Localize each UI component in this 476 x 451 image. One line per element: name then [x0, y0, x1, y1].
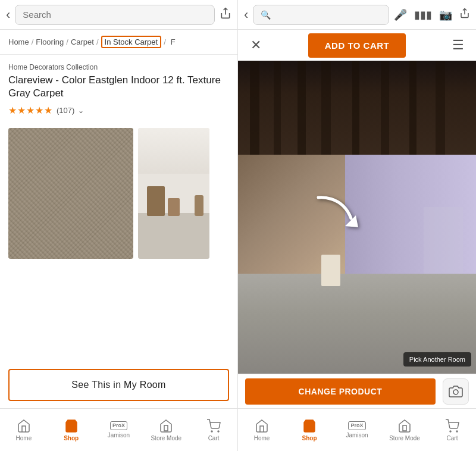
- room-floor: [138, 213, 209, 259]
- nav-label-cart-right: Cart: [447, 435, 458, 441]
- beam-7: [409, 61, 416, 170]
- nav-item-store-mode-right[interactable]: Store Mode: [381, 409, 428, 451]
- product-images: [0, 121, 237, 369]
- action-bar-right: ✕ ADD TO CART ☰: [238, 30, 476, 61]
- right-panel: ‹ 🔍 🎤 ▮▮▮ 📷 ✕ ADD TO CART ☰: [238, 0, 476, 451]
- back-button[interactable]: ‹: [6, 7, 10, 23]
- right-top-icons: 🎤 ▮▮▮ 📷: [394, 8, 470, 21]
- search-input[interactable]: [15, 5, 215, 25]
- svg-point-10: [450, 431, 451, 432]
- room-vase: [195, 195, 203, 216]
- breadcrumb: Home / Flooring / Carpet / In Stock Carp…: [0, 30, 237, 55]
- beam-4: [321, 61, 331, 170]
- product-image-main[interactable]: [8, 128, 133, 259]
- share-button-right[interactable]: [459, 8, 470, 21]
- breadcrumb-flooring[interactable]: Flooring: [36, 37, 64, 46]
- share-button[interactable]: [220, 7, 231, 22]
- breadcrumb-more[interactable]: F: [171, 37, 176, 46]
- change-product-bar: CHANGE PRODUCT: [238, 374, 476, 408]
- camera-icon-button[interactable]: [443, 378, 469, 405]
- breadcrumb-carpet[interactable]: Carpet: [71, 37, 94, 46]
- search-box-right[interactable]: 🔍: [253, 5, 389, 25]
- product-info: Home Decorators Collection Clareview - C…: [0, 55, 237, 121]
- beam-2: [274, 61, 281, 170]
- room-furniture-2: [168, 198, 180, 216]
- svg-point-11: [456, 431, 458, 432]
- back-button-right[interactable]: ‹: [244, 7, 248, 23]
- product-title: Clareview - Color Eastglen Indoor 12 ft.…: [8, 74, 229, 100]
- nav-label-store-mode-right: Store Mode: [389, 435, 420, 441]
- top-bar-left: ‹: [0, 0, 237, 30]
- nav-label-home: Home: [16, 435, 32, 441]
- beam-6: [381, 61, 389, 170]
- microphone-icon[interactable]: 🎤: [394, 8, 407, 21]
- search-icon: 🔍: [261, 10, 271, 20]
- star-rating[interactable]: ★★★★★: [8, 105, 53, 116]
- change-product-button[interactable]: CHANGE PRODUCT: [245, 378, 436, 405]
- arrow-overlay: [309, 186, 369, 233]
- prox-label-right: ProX: [348, 421, 365, 430]
- nav-label-store-mode: Store Mode: [151, 435, 181, 441]
- nav-label-shop: Shop: [64, 435, 79, 441]
- barcode-icon[interactable]: ▮▮▮: [414, 8, 432, 21]
- pick-another-room-button[interactable]: Pick Another Room: [403, 352, 471, 367]
- nav-item-shop[interactable]: Shop: [48, 409, 95, 451]
- room-box: [321, 255, 340, 286]
- nav-label-jamison-right: Jamison: [346, 432, 368, 439]
- nav-label-home-right: Home: [254, 435, 270, 441]
- menu-button[interactable]: ☰: [447, 37, 469, 53]
- breadcrumb-home[interactable]: Home: [8, 37, 29, 46]
- room-image-area: Pick Another Room: [238, 61, 476, 374]
- nav-item-home-right[interactable]: Home: [238, 409, 286, 451]
- nav-item-cart-right[interactable]: Cart: [428, 409, 476, 451]
- brand-name: Home Decorators Collection: [8, 63, 229, 71]
- beam-1: [250, 61, 259, 170]
- breadcrumb-active[interactable]: In Stock Carpet: [101, 36, 162, 48]
- beam-5: [352, 61, 359, 170]
- camera-top-icon[interactable]: 📷: [439, 8, 452, 21]
- chevron-down-icon[interactable]: ⌄: [78, 107, 84, 115]
- ceiling-beams: [238, 61, 476, 170]
- nav-item-store-mode[interactable]: Store Mode: [142, 409, 190, 451]
- svg-rect-2: [164, 425, 168, 431]
- carpet-texture: [8, 128, 133, 259]
- bottom-nav-left: Home Shop ProX Jamison Store Mode: [0, 408, 237, 451]
- svg-point-7: [453, 390, 458, 394]
- beam-3: [298, 61, 306, 170]
- nav-item-jamison-right[interactable]: ProX Jamison: [333, 409, 381, 451]
- nav-label-jamison: Jamison: [108, 432, 130, 439]
- svg-point-4: [218, 431, 219, 432]
- left-panel: ‹ Home / Flooring / Carpet / In Stock Ca…: [0, 0, 238, 451]
- review-count[interactable]: (107): [57, 106, 74, 115]
- nav-item-jamison[interactable]: ProX Jamison: [95, 409, 143, 451]
- add-to-cart-button[interactable]: ADD TO CART: [308, 33, 406, 58]
- beam-8: [436, 61, 445, 170]
- top-bar-right: ‹ 🔍 🎤 ▮▮▮ 📷: [238, 0, 476, 30]
- room-furniture-1: [147, 186, 165, 216]
- nav-item-home[interactable]: Home: [0, 409, 48, 451]
- nav-item-cart[interactable]: Cart: [190, 409, 237, 451]
- bottom-nav-right: Home Shop ProX Jamison Store Mode: [238, 408, 476, 451]
- nav-item-shop-right[interactable]: Shop: [286, 409, 333, 451]
- see-room-button[interactable]: See This in My Room: [8, 369, 229, 401]
- product-image-room[interactable]: [138, 128, 209, 259]
- svg-rect-9: [403, 425, 406, 431]
- rating-row: ★★★★★ (107) ⌄: [8, 105, 229, 116]
- room-background: Pick Another Room: [238, 61, 476, 374]
- nav-label-shop-right: Shop: [302, 435, 317, 441]
- room-preview: [138, 128, 209, 259]
- nav-label-cart: Cart: [208, 435, 220, 441]
- close-button[interactable]: ✕: [245, 37, 267, 53]
- svg-point-3: [211, 431, 212, 432]
